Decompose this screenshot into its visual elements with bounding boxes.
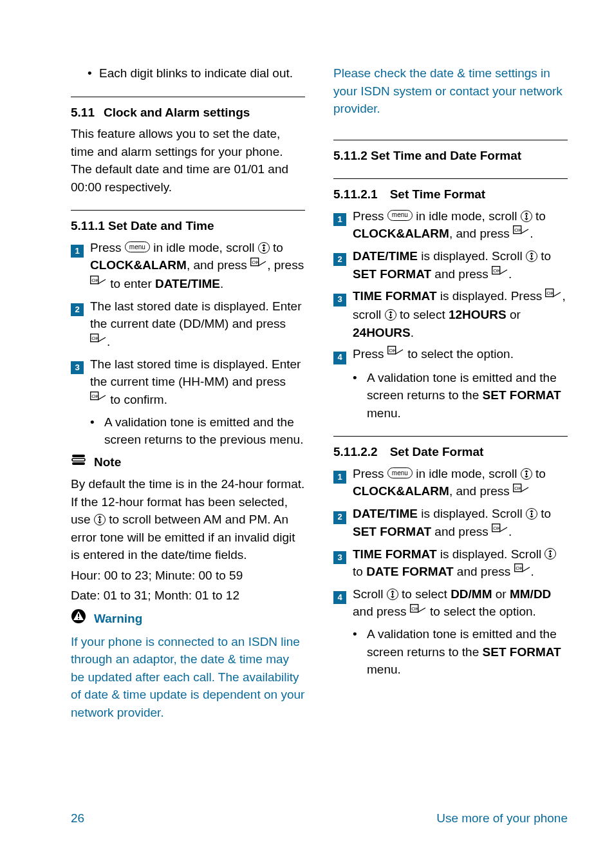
svg-text:OK: OK — [411, 605, 419, 611]
scroll-icon — [258, 242, 270, 254]
bullet-text: Each digit blinks to indicate dial out. — [99, 64, 305, 82]
page-footer: 26 Use more of your phone — [71, 811, 568, 826]
ok-icon: OK — [545, 287, 562, 305]
step-text: Press menu in idle mode, scroll to CLOCK… — [90, 239, 305, 294]
svg-rect-30 — [531, 513, 532, 515]
ok-icon: OK — [513, 224, 530, 242]
bullet-dot: • — [88, 64, 99, 82]
warning-row: Warning — [71, 609, 305, 629]
step-text: DATE/TIME is displayed. Scroll to SET FO… — [353, 247, 568, 283]
svg-text:OK: OK — [493, 525, 501, 531]
ok-icon: OK — [492, 522, 508, 540]
step-badge: 2 — [71, 297, 90, 352]
svg-text:OK: OK — [91, 335, 99, 341]
right-column: Please check the date & time settings in… — [333, 64, 568, 724]
svg-rect-12 — [99, 518, 100, 521]
ok-icon: OK — [410, 603, 427, 621]
svg-text:OK: OK — [91, 278, 99, 283]
scroll-icon — [521, 211, 532, 222]
svg-text:OK: OK — [514, 227, 522, 233]
step-row: 3 TIME FORMAT is displayed. Press OK, sc… — [333, 287, 568, 341]
warning-icon — [71, 609, 86, 629]
step-row: 3 TIME FORMAT is displayed. Scroll to DA… — [333, 545, 568, 581]
paragraph: This feature allows you to set the date,… — [71, 125, 305, 196]
step-row: 2 DATE/TIME is displayed. Scroll to SET … — [333, 247, 568, 283]
warning-text: If your phone is connected to an ISDN li… — [71, 633, 305, 722]
scroll-icon — [521, 468, 532, 480]
step-badge: 4 — [333, 585, 353, 621]
svg-text:OK: OK — [389, 348, 396, 354]
svg-rect-11 — [72, 462, 85, 465]
bullet-dot: • — [90, 413, 104, 449]
bullet-item: • Each digit blinks to indicate dial out… — [71, 64, 305, 82]
step-row: 1 Press menu in idle mode, scroll to CLO… — [333, 207, 568, 243]
step-badge: 3 — [333, 287, 353, 341]
scroll-icon — [385, 309, 396, 321]
nested-bullet: • A validation tone is emitted and the s… — [333, 369, 568, 422]
subsection-heading: 5.11.1 Set Date and Time — [71, 217, 305, 235]
divider — [71, 97, 305, 97]
svg-rect-0 — [263, 247, 265, 249]
svg-text:OK: OK — [252, 259, 259, 265]
step-text: Press OK to select the option. — [353, 345, 568, 365]
bullet-dot: • — [353, 369, 367, 422]
step-row: 4 Press OK to select the option. — [333, 345, 568, 365]
ok-icon: OK — [514, 562, 531, 580]
scroll-icon — [387, 589, 398, 600]
section-title: Clock and Alarm settings — [104, 106, 250, 119]
svg-rect-33 — [550, 552, 551, 555]
menu-icon: menu — [387, 467, 413, 478]
svg-rect-19 — [531, 255, 532, 258]
bullet-text: A validation tone is emitted and the scr… — [367, 625, 568, 679]
svg-text:OK: OK — [91, 393, 99, 399]
step-row: 3 The last stored time is displayed. Ent… — [71, 355, 305, 410]
subsection-heading: 5.11.2.1 Set Time Format — [333, 185, 568, 203]
paragraph: Date: 01 to 31; Month: 01 to 12 — [71, 587, 305, 605]
step-text: Scroll to select DD/MM or MM/DD and pres… — [353, 585, 568, 621]
ok-icon: OK — [90, 390, 107, 408]
ok-icon: OK — [387, 344, 404, 363]
bullet-text: A validation tone is emitted and the scr… — [104, 413, 305, 449]
svg-rect-9 — [72, 455, 85, 457]
step-text: TIME FORMAT is displayed. Scroll to DATE… — [353, 545, 568, 581]
step-badge: 2 — [333, 247, 353, 283]
paragraph: Hour: 00 to 23; Minute: 00 to 59 — [71, 567, 305, 585]
svg-text:OK: OK — [514, 485, 522, 491]
step-text: The last stored time is displayed. Enter… — [90, 355, 305, 410]
ok-icon: OK — [90, 332, 107, 350]
svg-rect-15 — [78, 618, 79, 619]
step-badge: 4 — [333, 345, 353, 365]
ok-icon: OK — [513, 482, 530, 500]
paragraph: By default the time is in the 24-hour fo… — [71, 475, 305, 564]
svg-text:OK: OK — [493, 267, 501, 273]
nested-bullet: • A validation tone is emitted and the s… — [333, 625, 568, 679]
note-icon — [71, 453, 86, 472]
bullet-dot: • — [353, 625, 367, 679]
svg-text:OK: OK — [516, 565, 523, 571]
warning-label: Warning — [94, 610, 142, 628]
page-number: 26 — [71, 811, 84, 826]
step-badge: 3 — [71, 355, 90, 410]
step-row: 2 DATE/TIME is displayed. Scroll to SET … — [333, 505, 568, 541]
ok-icon: OK — [250, 256, 267, 274]
menu-icon: menu — [125, 241, 150, 252]
section-heading: 5.11Clock and Alarm settings — [71, 104, 305, 122]
svg-rect-16 — [526, 215, 527, 218]
section-number: 5.11 — [71, 104, 95, 122]
divider — [333, 140, 568, 140]
menu-icon: menu — [387, 210, 413, 221]
svg-rect-36 — [392, 593, 393, 596]
note-label: Note — [94, 453, 121, 471]
bullet-text: A validation tone is emitted and the scr… — [367, 369, 568, 422]
nested-bullet: • A validation tone is emitted and the s… — [71, 413, 305, 449]
scroll-icon — [544, 548, 556, 560]
svg-rect-27 — [526, 473, 527, 475]
step-badge: 1 — [333, 207, 353, 243]
svg-rect-14 — [78, 614, 79, 617]
page-title: Use more of your phone — [436, 811, 568, 826]
left-column: • Each digit blinks to indicate dial out… — [71, 64, 305, 724]
step-badge: 3 — [333, 545, 353, 581]
step-badge: 1 — [71, 239, 90, 294]
divider — [333, 178, 568, 179]
step-row: 1 Press menu in idle mode, scroll to CLO… — [71, 239, 305, 294]
